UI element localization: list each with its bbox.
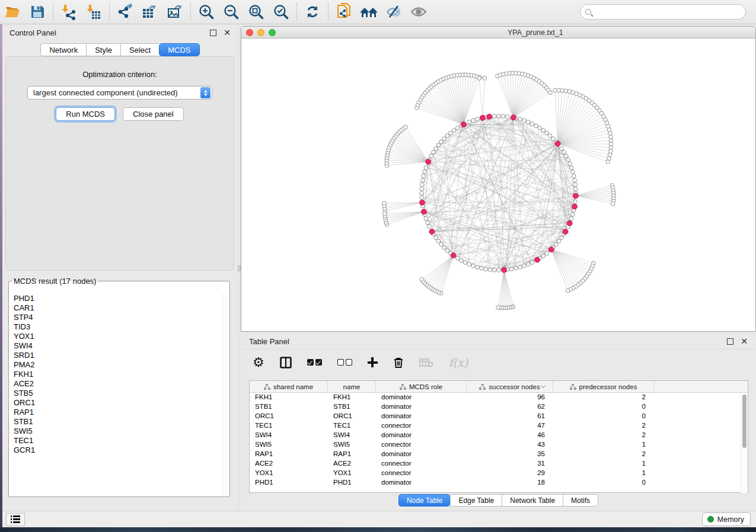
search-input[interactable] bbox=[595, 6, 741, 18]
table-row[interactable]: ACE2ACE2connector311 bbox=[250, 459, 748, 469]
status-bar: Memory bbox=[2, 511, 756, 527]
deselect-all-icon[interactable] bbox=[337, 359, 352, 366]
status-menu-icon[interactable] bbox=[6, 513, 25, 526]
mcds-result-item[interactable]: SWI4 bbox=[9, 341, 222, 351]
show-columns-icon[interactable] bbox=[280, 357, 292, 368]
table-row[interactable]: TEC1TEC1connector472 bbox=[250, 421, 748, 431]
column-header-name[interactable]: name bbox=[328, 381, 376, 392]
table-row[interactable]: YOX1YOX1connector291 bbox=[250, 469, 748, 478]
zoom-fit-icon[interactable] bbox=[246, 2, 266, 21]
mcds-result-item[interactable]: TEC1 bbox=[9, 436, 222, 446]
mcds-result-list[interactable]: PHD1CAR1STP4TID3YOX1SWI4SRD1PMA2FKH1ACE2… bbox=[9, 294, 222, 496]
search-box[interactable] bbox=[580, 4, 746, 20]
memory-button[interactable]: Memory bbox=[702, 512, 751, 526]
tab-select[interactable]: Select bbox=[120, 43, 159, 56]
tab-motifs[interactable]: Motifs bbox=[563, 494, 598, 507]
column-header-predecessor-nodes[interactable]: predecessor nodes bbox=[553, 381, 654, 392]
mcds-result-scrollbar[interactable] bbox=[222, 294, 229, 496]
close-panel-button[interactable]: Close panel bbox=[123, 107, 184, 121]
show-eye-icon[interactable] bbox=[409, 2, 429, 21]
zoom-out-icon[interactable] bbox=[221, 2, 241, 21]
table-cell: 1 bbox=[553, 469, 654, 478]
network-window-title: YPA_prune.txt_1 bbox=[508, 28, 563, 37]
main-toolbar bbox=[0, 0, 756, 24]
mcds-result-item[interactable]: FKH1 bbox=[9, 370, 222, 379]
node-table: shared namenameMCDS rolesuccessor nodesp… bbox=[249, 380, 748, 493]
network-graph[interactable] bbox=[241, 39, 755, 331]
table-scrollbar[interactable] bbox=[741, 393, 747, 493]
mcds-result-item[interactable]: GCR1 bbox=[9, 446, 222, 455]
table-cell: FKH1 bbox=[328, 393, 376, 402]
export-image-icon[interactable] bbox=[165, 2, 185, 21]
toolbar-separator bbox=[53, 3, 53, 21]
float-panel-icon[interactable] bbox=[210, 30, 216, 36]
tab-network[interactable]: Network bbox=[40, 43, 86, 56]
table-row[interactable]: SWI4SWI4dominator462 bbox=[250, 431, 748, 440]
optimization-criterion-select[interactable]: largest connected component (undirected) bbox=[27, 86, 212, 100]
close-panel-icon[interactable]: ✕ bbox=[224, 30, 231, 36]
select-all-icon[interactable] bbox=[307, 359, 322, 366]
column-header-successor-nodes[interactable]: successor nodes bbox=[467, 381, 553, 392]
column-header-MCDS-role[interactable]: MCDS role bbox=[376, 381, 467, 392]
mcds-result-item[interactable]: CAR1 bbox=[9, 303, 222, 313]
tab-mcds[interactable]: MCDS bbox=[159, 43, 199, 56]
tab-network-table[interactable]: Network Table bbox=[502, 494, 563, 507]
home-icon[interactable] bbox=[359, 2, 379, 21]
table-row[interactable]: FKH1FKH1dominator962 bbox=[250, 393, 748, 402]
window-zoom-button[interactable] bbox=[269, 29, 276, 36]
table-panel-title: Table Panel bbox=[249, 337, 289, 346]
delete-column-icon[interactable] bbox=[393, 357, 404, 368]
open-file-icon[interactable] bbox=[2, 2, 23, 21]
table-settings-gear-icon[interactable]: ⚙ bbox=[253, 356, 264, 369]
table-row[interactable]: SWI5SWI5connector431 bbox=[250, 440, 748, 450]
zoom-selected-icon[interactable] bbox=[271, 2, 291, 21]
import-table-icon[interactable] bbox=[84, 2, 104, 21]
network-window-titlebar[interactable]: YPA_prune.txt_1 bbox=[241, 27, 755, 39]
table-cell: 62 bbox=[467, 402, 553, 412]
export-table-icon[interactable] bbox=[140, 2, 160, 21]
refresh-view-icon[interactable] bbox=[302, 2, 323, 21]
mcds-result-item[interactable]: SRD1 bbox=[9, 351, 222, 360]
mcds-result-item[interactable]: ACE2 bbox=[9, 379, 222, 389]
table-cell: ORC1 bbox=[250, 412, 328, 421]
add-column-icon[interactable] bbox=[368, 357, 378, 367]
table-row[interactable]: RAP1RAP1dominator352 bbox=[250, 450, 748, 459]
mcds-result-item[interactable]: YOX1 bbox=[9, 332, 222, 341]
table-row[interactable]: ORC1ORC1dominator610 bbox=[250, 412, 748, 421]
tab-style[interactable]: Style bbox=[86, 43, 120, 56]
import-network-icon[interactable] bbox=[59, 2, 79, 21]
window-close-button[interactable] bbox=[246, 29, 253, 36]
mcds-result-item[interactable]: PMA2 bbox=[9, 360, 222, 370]
mcds-result-item[interactable]: STP4 bbox=[9, 313, 222, 322]
run-mcds-button[interactable]: Run MCDS bbox=[56, 107, 115, 121]
mcds-result-item[interactable]: STB1 bbox=[9, 417, 222, 427]
hide-selected-icon[interactable] bbox=[384, 2, 404, 21]
close-table-panel-icon[interactable]: ✕ bbox=[741, 338, 748, 345]
window-minimize-button[interactable] bbox=[257, 29, 264, 36]
table-cell: dominator bbox=[376, 450, 467, 459]
mcds-result-item[interactable]: ORC1 bbox=[9, 398, 222, 408]
table-cell: 18 bbox=[467, 478, 553, 488]
toolbar-separator bbox=[190, 3, 191, 21]
mcds-result-item[interactable]: TID3 bbox=[9, 322, 222, 332]
table-row[interactable]: PHD1PHD1dominator180 bbox=[250, 478, 748, 488]
table-cell: 2 bbox=[553, 431, 654, 440]
share-document-icon[interactable] bbox=[334, 2, 354, 21]
table-cell: 96 bbox=[467, 393, 553, 402]
column-header-shared-name[interactable]: shared name bbox=[250, 381, 328, 392]
save-session-icon[interactable] bbox=[27, 2, 47, 21]
float-table-panel-icon[interactable] bbox=[727, 338, 733, 345]
mcds-result-item[interactable]: SWI5 bbox=[9, 427, 222, 436]
table-scrollbar-thumb[interactable] bbox=[742, 395, 747, 448]
tab-node-table[interactable]: Node Table bbox=[398, 494, 451, 507]
table-cell: YOX1 bbox=[250, 469, 328, 478]
table-row[interactable]: STB1STB1dominator620 bbox=[250, 402, 748, 412]
tab-edge-table[interactable]: Edge Table bbox=[450, 494, 502, 507]
sort-chevron-icon[interactable] bbox=[541, 383, 546, 388]
mcds-result-item[interactable]: STB5 bbox=[9, 389, 222, 398]
export-network-icon[interactable] bbox=[115, 2, 135, 21]
zoom-in-icon[interactable] bbox=[196, 2, 216, 21]
mcds-result-item[interactable]: PHD1 bbox=[9, 294, 222, 303]
mcds-result-title: MCDS result (17 nodes) bbox=[12, 277, 98, 286]
mcds-result-item[interactable]: RAP1 bbox=[9, 408, 222, 417]
